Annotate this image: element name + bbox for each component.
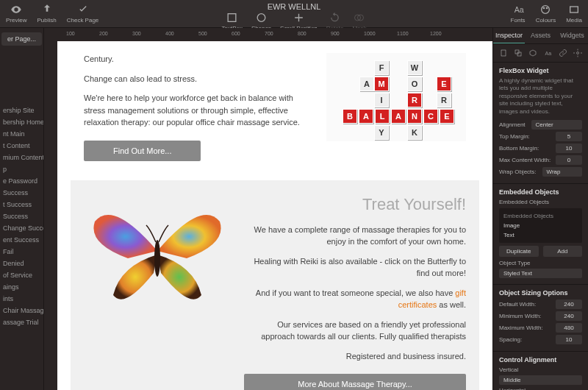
- max-width-input[interactable]: 0: [556, 155, 582, 165]
- publish-button[interactable]: Publish: [37, 4, 56, 24]
- control-alignment-title: Control Alignment: [499, 356, 582, 364]
- svg-rect-8: [570, 7, 578, 13]
- inspector-icon-row: Aa: [493, 44, 588, 63]
- body-text: Change can also lead to stress.: [84, 73, 313, 85]
- sizing-title: Object Sizing Options: [499, 289, 582, 297]
- page-item[interactable]: Denied: [0, 258, 43, 269]
- balance-image: FW AMOE IRR BALANCE YK: [326, 53, 466, 141]
- preview-button[interactable]: Preview: [6, 4, 26, 24]
- embedded-header: Embedded Objects: [502, 211, 579, 221]
- page-item[interactable]: mium Content: [0, 152, 43, 163]
- page-list: ership Site bership Home nt Main t Conte…: [0, 104, 43, 328]
- tab-inspector[interactable]: Inspector: [493, 28, 525, 43]
- page-item[interactable]: bership Home: [0, 116, 43, 128]
- page-item[interactable]: nt Main: [0, 128, 43, 140]
- top-margin-input[interactable]: 5: [556, 132, 582, 141]
- svg-point-1: [257, 14, 265, 22]
- media-button[interactable]: Media: [566, 4, 582, 24]
- window-title: EWR WELLNL: [268, 2, 321, 11]
- body-text: We have a complete range of massage ther…: [244, 224, 466, 248]
- page-item[interactable]: p: [0, 163, 43, 175]
- section-treat-yourself: Treat Yourself! We have a complete range…: [71, 180, 479, 391]
- svg-text:Aa: Aa: [545, 51, 551, 56]
- body-text: Healing with Reiki is also available - c…: [244, 255, 466, 280]
- canvas-area: 100200300400500600700800900100011001200 …: [44, 28, 492, 390]
- page-item[interactable]: Fail: [0, 246, 43, 258]
- page-item[interactable]: Chair Massage: [0, 305, 43, 316]
- embedded-sub: Embedded Objects: [499, 199, 549, 205]
- copy-icon[interactable]: [514, 49, 523, 57]
- body-text: Century.: [84, 53, 313, 65]
- page-item[interactable]: t Success: [0, 199, 43, 210]
- check-page-button[interactable]: Check Page: [67, 4, 99, 24]
- bottom-margin-input[interactable]: 10: [556, 143, 582, 153]
- svg-text:Aa: Aa: [514, 5, 523, 14]
- page-icon[interactable]: [499, 49, 508, 57]
- spacing-label: Spacing:: [499, 336, 522, 343]
- text-icon[interactable]: Aa: [544, 49, 553, 57]
- ruler-vertical: [44, 41, 57, 390]
- settings-icon[interactable]: [573, 49, 582, 57]
- page-item[interactable]: e Password: [0, 175, 43, 187]
- default-width-label: Default Width:: [499, 301, 536, 308]
- page-item[interactable]: of Service: [0, 269, 43, 281]
- svg-rect-11: [501, 50, 506, 56]
- fonts-button[interactable]: AaFonts: [511, 4, 526, 24]
- colours-button[interactable]: Colours: [536, 4, 556, 24]
- min-width-label: Minimum Width:: [499, 313, 541, 319]
- tab-assets[interactable]: Assets: [525, 28, 556, 43]
- svg-point-7: [546, 7, 548, 10]
- more-massage-button[interactable]: More About Massage Therapy...: [244, 374, 466, 390]
- box-icon[interactable]: [528, 49, 537, 57]
- butterfly-image[interactable]: [84, 192, 231, 317]
- pages-sidebar: er Page... ership Site bership Home nt M…: [0, 28, 44, 390]
- page-item[interactable]: t Content: [0, 140, 43, 152]
- svg-point-5: [542, 6, 550, 14]
- horizontal-label: Horizontal: [499, 387, 526, 390]
- min-width-input[interactable]: 240: [556, 311, 582, 321]
- embedded-title: Embedded Objects: [499, 188, 582, 196]
- duplicate-button[interactable]: Duplicate: [499, 246, 539, 257]
- default-width-input[interactable]: 240: [556, 299, 582, 309]
- svg-rect-0: [228, 14, 236, 22]
- page-item[interactable]: Success: [0, 210, 43, 222]
- object-type-select[interactable]: Styled Text: [499, 269, 582, 278]
- object-type-label: Object Type: [499, 260, 531, 266]
- wrap-label: Wrap Objects:: [499, 169, 537, 175]
- page-item[interactable]: ints: [0, 293, 43, 305]
- body-text: Our services are based on a friendly yet…: [244, 319, 466, 343]
- wrap-select[interactable]: Wrap: [542, 167, 582, 177]
- spacing-input[interactable]: 10: [556, 335, 582, 344]
- widget-title: FlexBox Widget: [499, 67, 582, 74]
- alignment-select[interactable]: Center: [531, 120, 582, 130]
- add-button[interactable]: Add: [543, 246, 583, 257]
- page-item[interactable]: Success: [0, 187, 43, 199]
- link-icon[interactable]: [559, 49, 567, 57]
- page-item[interactable]: aings: [0, 281, 43, 293]
- page-item[interactable]: ent Success: [0, 234, 43, 246]
- max-width-input[interactable]: 480: [556, 323, 582, 333]
- embedded-object-text[interactable]: Text: [502, 230, 579, 240]
- page-canvas[interactable]: Century. Change can also lead to stress.…: [57, 41, 492, 390]
- vertical-select[interactable]: Middle: [499, 375, 582, 385]
- svg-point-9: [154, 240, 160, 277]
- inspector-panel: Inspector Assets Widgets Aa FlexBox Widg…: [492, 28, 588, 390]
- bottom-margin-label: Bottom Margin:: [499, 145, 539, 152]
- page-item[interactable]: assage Trial: [0, 316, 43, 328]
- max-width-label: Max Content Width:: [499, 157, 551, 163]
- svg-rect-12: [515, 50, 519, 54]
- page-item[interactable]: ership Site: [0, 104, 43, 116]
- tab-widgets[interactable]: Widgets: [556, 28, 588, 43]
- section-heading: Treat Yourself!: [244, 192, 466, 216]
- vertical-label: Vertical: [499, 366, 518, 373]
- page-item[interactable]: Change Success: [0, 222, 43, 234]
- ruler-horizontal: 100200300400500600700800900100011001200: [44, 28, 492, 41]
- svg-point-6: [543, 7, 545, 10]
- find-out-more-button[interactable]: Find Out More...: [84, 141, 201, 161]
- body-text: And if you want to treat someone special…: [244, 287, 466, 311]
- toolbar: Preview Publish Check Page EWR WELLNL Te…: [0, 0, 588, 28]
- svg-point-15: [576, 52, 578, 54]
- new-page-button[interactable]: er Page...: [1, 32, 42, 46]
- embedded-object-image[interactable]: Image: [502, 221, 579, 230]
- alignment-label: Alignment: [499, 121, 526, 128]
